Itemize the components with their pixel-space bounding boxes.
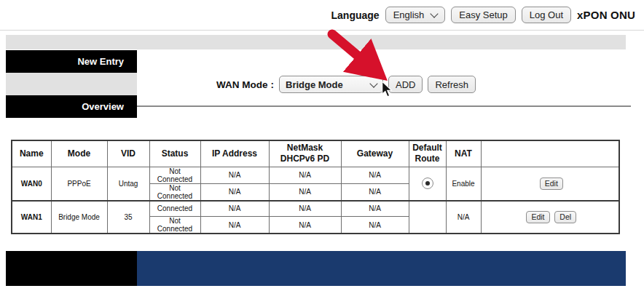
wan1-vid: 35	[107, 201, 149, 234]
language-select[interactable]: English	[385, 7, 446, 23]
wan1-netmask-1: N/A	[269, 201, 341, 217]
header-controls: Language English Easy Setup Log Out xPON…	[331, 0, 635, 30]
language-label: Language	[331, 9, 380, 21]
column-header-gateway: Gateway	[341, 140, 409, 167]
sidebar-item-label: Overview	[82, 101, 124, 112]
wan1-name: WAN1	[12, 201, 51, 234]
wan0-vid: Untag	[107, 167, 149, 201]
wan-overview-page: Language English Easy Setup Log Out xPON…	[0, 0, 644, 299]
wan0-default-route-cell	[409, 167, 446, 201]
footer-black-block	[6, 251, 137, 286]
table-row-wan1: WAN1 Bridge Mode 35 Connected N/A N/A N/…	[12, 201, 619, 217]
sidebar-item-label: New Entry	[77, 56, 124, 67]
sidebar-item-overview[interactable]: Overview	[6, 95, 137, 118]
wan1-gateway-1: N/A	[341, 201, 409, 217]
wan0-name: WAN0	[12, 167, 51, 201]
column-header-netmask: NetMask DHCPv6 PD	[269, 140, 341, 167]
wan1-default-route-cell	[409, 201, 446, 234]
sub-header-strip	[6, 35, 626, 49]
wan-mode-colon: :	[271, 79, 275, 90]
wan-mode-toolbar: WAN Mode : Bridge Mode ADD Refresh	[216, 75, 476, 94]
wan1-actions-cell: Edit Del	[481, 201, 619, 234]
wan-mode-label: WAN Mode	[216, 79, 268, 90]
table-row-wan0: WAN0 PPPoE Untag Not Connected N/A N/A N…	[12, 167, 619, 183]
wan0-status-1: Not Connected	[149, 167, 200, 183]
column-header-status: Status	[149, 140, 200, 167]
wan1-gateway-2: N/A	[341, 217, 409, 234]
wan1-ip-1: N/A	[200, 201, 269, 217]
wan0-nat: Enable	[446, 167, 481, 201]
column-header-name: Name	[12, 140, 51, 167]
column-header-default-route: Default Route	[409, 140, 446, 167]
language-selected-value: English	[393, 9, 425, 20]
column-header-mode: Mode	[51, 140, 107, 167]
easy-setup-button[interactable]: Easy Setup	[451, 7, 516, 23]
wan0-edit-button[interactable]: Edit	[540, 178, 563, 190]
sidebar-item-new-entry[interactable]: New Entry	[6, 50, 137, 73]
wan1-edit-button[interactable]: Edit	[526, 211, 549, 223]
wan1-ip-2: N/A	[200, 217, 269, 234]
wan0-netmask-2: N/A	[269, 183, 341, 201]
wan-mode-selected-value: Bridge Mode	[286, 79, 343, 90]
wan1-mode: Bridge Mode	[51, 201, 107, 234]
column-header-nat: NAT	[446, 140, 481, 167]
wan0-actions-cell: Edit	[481, 167, 619, 201]
chevron-down-icon	[431, 9, 439, 17]
wan0-default-route-radio[interactable]	[422, 178, 433, 189]
wan0-gateway-2: N/A	[341, 183, 409, 201]
wan-mode-select[interactable]: Bridge Mode	[279, 76, 383, 93]
top-header-bar: Language English Easy Setup Log Out xPON…	[0, 0, 644, 31]
sidebar-spacer	[6, 73, 137, 95]
wan1-status-1: Connected	[149, 201, 200, 217]
wan1-nat: N/A	[446, 201, 481, 234]
chevron-down-icon	[369, 79, 377, 87]
footer-blue-bar	[137, 251, 626, 286]
brand-title: xPON ONU	[577, 9, 635, 21]
wan-overview-table: Name Mode VID Status IP Address NetMask …	[11, 140, 620, 234]
wan1-status-2: Not Connected	[149, 217, 200, 234]
wan0-ip-2: N/A	[200, 183, 269, 201]
wan0-mode: PPPoE	[51, 167, 107, 201]
table-header-row: Name Mode VID Status IP Address NetMask …	[12, 140, 619, 167]
overview-divider-line	[137, 105, 631, 107]
wan1-del-button[interactable]: Del	[554, 211, 576, 223]
wan0-gateway-1: N/A	[341, 167, 409, 183]
wan0-netmask-1: N/A	[269, 167, 341, 183]
column-header-vid: VID	[107, 140, 149, 167]
radio-selected-dot	[425, 181, 430, 186]
wan1-netmask-2: N/A	[269, 217, 341, 234]
wan0-status-2: Not Connected	[149, 183, 200, 201]
logout-button[interactable]: Log Out	[522, 7, 571, 23]
refresh-button[interactable]: Refresh	[428, 76, 476, 93]
column-header-actions	[481, 140, 619, 167]
add-button[interactable]: ADD	[388, 76, 423, 93]
column-header-ip-address: IP Address	[200, 140, 269, 167]
wan0-ip-1: N/A	[200, 167, 269, 183]
